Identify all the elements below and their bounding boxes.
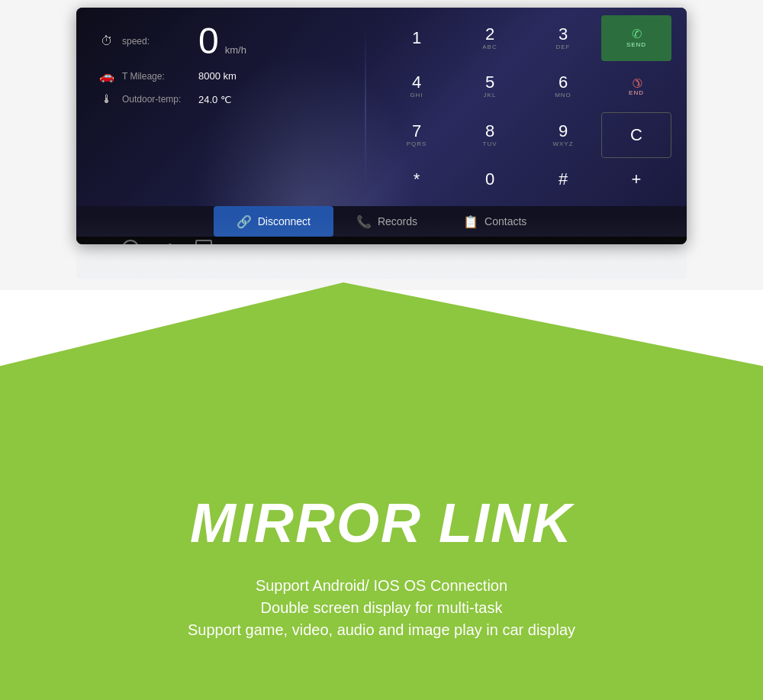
key-8[interactable]: 8TUV [455, 112, 525, 158]
mileage-row: 🚗 T Mileage: 8000 km [99, 69, 343, 83]
temp-row: 🌡 Outdoor-temp: 24.0 ℃ [99, 92, 343, 106]
feature-item: Support Android/ IOS OS Connection [256, 577, 507, 595]
right-panel: 12ABC3DEF✆SEND4GHI5JKL6MNO✆END7PQRS8TUV9… [366, 8, 687, 206]
key-9[interactable]: 9WXYZ [528, 112, 598, 158]
top-section: ⏱ speed: 0 km/h 🚗 T Mileage: 8000 km 🌡 [0, 0, 763, 290]
speed-unit: km/h [225, 44, 246, 56]
key-plus[interactable]: + [601, 161, 671, 199]
vehicle-info: ⏱ speed: 0 km/h 🚗 T Mileage: 8000 km 🌡 [99, 23, 343, 106]
mileage-label: T Mileage: [122, 71, 191, 82]
key-end[interactable]: ✆END [601, 64, 671, 110]
key-3[interactable]: 3DEF [528, 15, 598, 61]
feature-item: Support game, video, audio and image pla… [188, 621, 575, 639]
key-1[interactable]: 1 [382, 15, 452, 61]
keypad-grid: 12ABC3DEF✆SEND4GHI5JKL6MNO✆END7PQRS8TUV9… [382, 15, 671, 198]
mirror-link-title: MIRROR LINK [190, 492, 573, 554]
speed-label: speed: [122, 36, 191, 47]
temp-icon: 🌡 [99, 92, 114, 106]
left-panel: ⏱ speed: 0 km/h 🚗 T Mileage: 8000 km 🌡 [76, 8, 366, 206]
green-section: MIRROR LINK Support Android/ IOS OS Conn… [0, 282, 763, 700]
speed-row: ⏱ speed: 0 km/h [99, 23, 343, 60]
key-7[interactable]: 7PQRS [382, 112, 452, 158]
mileage-value: 8000 km [198, 70, 237, 82]
key-5[interactable]: 5JKL [455, 64, 525, 110]
car-screen: ⏱ speed: 0 km/h 🚗 T Mileage: 8000 km 🌡 [76, 8, 687, 244]
key-0[interactable]: 0 [455, 161, 525, 199]
speed-icon: ⏱ [99, 34, 114, 48]
speed-value-row: 0 km/h [198, 23, 246, 60]
feature-item: Double screen display for multi-task [261, 599, 503, 617]
screen-reflection [76, 218, 687, 279]
key-hash[interactable]: # [528, 161, 598, 199]
key-star[interactable]: * [382, 161, 452, 199]
key-c[interactable]: C [601, 112, 671, 158]
speed-value: 0 [198, 23, 219, 60]
mileage-icon: 🚗 [99, 69, 114, 83]
screen-content: ⏱ speed: 0 km/h 🚗 T Mileage: 8000 km 🌡 [76, 8, 687, 206]
key-6[interactable]: 6MNO [528, 64, 598, 110]
key-2[interactable]: 2ABC [455, 15, 525, 61]
temp-value: 24.0 ℃ [198, 94, 232, 105]
key-send[interactable]: ✆SEND [601, 15, 671, 61]
temp-label: Outdoor-temp: [122, 94, 191, 105]
divider-line [365, 27, 366, 186]
feature-list: Support Android/ IOS OS ConnectionDouble… [188, 577, 575, 639]
key-4[interactable]: 4GHI [382, 64, 452, 110]
